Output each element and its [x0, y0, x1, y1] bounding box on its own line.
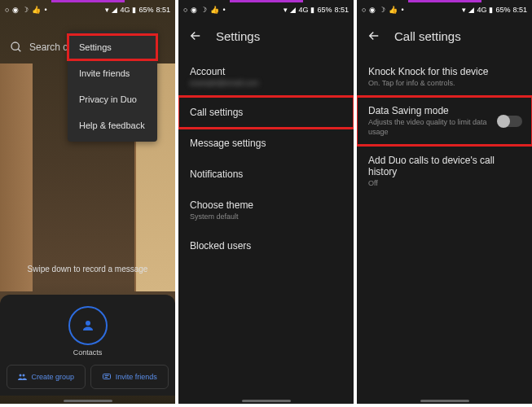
button-row: Create group Invite friends: [7, 365, 169, 389]
signal-icon: ◢: [468, 6, 474, 14]
moon-icon: ☽: [22, 6, 29, 14]
toggle-knob: [497, 115, 510, 128]
choose-theme-item[interactable]: Choose theme System default: [178, 190, 354, 230]
thumbs-icon: 👍: [210, 6, 219, 14]
status-icons-right: ▾ ◢ 4G ▮ 65% 8:51: [105, 6, 170, 14]
back-arrow-icon[interactable]: [188, 28, 203, 43]
wifi-icon: ▾: [105, 6, 109, 14]
call-settings-screen: ○ ◉ ☽ 👍 • ▾ ◢ 4G ▮ 65% 8:51 Call setting…: [357, 0, 532, 404]
status-icons-right: ▾ ◢ 4G ▮ 65% 8:51: [462, 6, 527, 14]
nav-handle[interactable]: [64, 400, 112, 402]
call-settings-item[interactable]: Call settings: [178, 97, 354, 128]
search-bar[interactable]: Search co: [10, 41, 73, 54]
data-saving-sub: Adjusts the video quality to limit data …: [368, 118, 498, 137]
data-saving-text: Data Saving mode Adjusts the video quali…: [368, 105, 498, 137]
search-icon: [10, 41, 23, 54]
status-icons-left: ○ ◉ ☽ 👍 •: [183, 6, 226, 14]
status-bar: ○ ◉ ☽ 👍 • ▾ ◢ 4G ▮ 65% 8:51: [0, 2, 175, 17]
data-saving-label: Data Saving mode: [368, 105, 498, 116]
message-icon: [102, 372, 112, 382]
bg-door: [0, 63, 33, 291]
status-bar: ○ ◉ ☽ 👍 • ▾ ◢ 4G ▮ 65% 8:51: [357, 2, 532, 17]
moon-icon: ☽: [200, 6, 207, 14]
call-history-item[interactable]: Add Duo calls to device's call history O…: [357, 145, 532, 197]
theme-value: System default: [190, 212, 342, 221]
dot-icon: •: [44, 6, 46, 14]
settings-screen: ○ ◉ ☽ 👍 • ▾ ◢ 4G ▮ 65% 8:51 Settings Acc…: [178, 0, 354, 404]
overflow-menu: Settings Invite friends Privacy in Duo H…: [68, 31, 157, 142]
settings-header: Settings: [178, 17, 354, 56]
bottom-card: Contacts Create group Invite friends: [0, 295, 175, 396]
contacts-button[interactable]: [68, 306, 108, 345]
network-label: 4G: [298, 6, 308, 14]
messenger-icon: ◉: [191, 6, 197, 14]
knock-knock-item[interactable]: Knock Knock for this device On. Tap for …: [357, 56, 532, 97]
svg-line-1: [18, 49, 20, 51]
message-settings-item[interactable]: Message settings: [178, 128, 354, 159]
clock: 8:51: [512, 6, 527, 14]
data-saving-toggle[interactable]: [498, 116, 522, 127]
search-placeholder: Search co: [29, 42, 73, 53]
battery-icon: ▮: [489, 6, 493, 14]
signal-icon: ◢: [112, 6, 117, 14]
group-icon: [17, 372, 27, 382]
menu-settings[interactable]: Settings: [68, 34, 157, 60]
history-label: Add Duo calls to device's call history: [368, 155, 521, 177]
svg-rect-5: [103, 374, 110, 379]
contacts-label: Contacts: [7, 348, 169, 357]
thumbs-icon: 👍: [389, 6, 398, 14]
wifi-icon: ▾: [462, 6, 466, 14]
call-settings-title: Call settings: [394, 29, 461, 43]
battery-icon: ▮: [132, 6, 136, 14]
menu-privacy[interactable]: Privacy in Duo: [68, 86, 157, 112]
dot-icon: •: [222, 6, 225, 14]
create-group-label: Create group: [31, 373, 74, 381]
notifications-item[interactable]: Notifications: [178, 159, 354, 190]
menu-help-feedback[interactable]: Help & feedback: [68, 112, 157, 138]
whatsapp-icon: ○: [362, 6, 366, 14]
nav-handle[interactable]: [242, 400, 291, 402]
messenger-icon: ◉: [12, 6, 19, 14]
menu-invite-friends[interactable]: Invite friends: [68, 60, 157, 86]
blocked-users-item[interactable]: Blocked users: [178, 230, 354, 261]
status-icons-left: ○ ◉ ☽ 👍 •: [362, 6, 404, 14]
wifi-icon: ▾: [284, 6, 288, 14]
dot-icon: •: [401, 6, 403, 14]
battery-percent: 65%: [317, 6, 332, 14]
status-bar: ○ ◉ ☽ 👍 • ▾ ◢ 4G ▮ 65% 8:51: [178, 2, 354, 17]
invite-friends-label: Invite friends: [116, 373, 157, 381]
network-label: 4G: [120, 6, 130, 14]
swipe-hint: Swipe down to record a message: [0, 265, 175, 274]
svg-point-4: [23, 374, 25, 377]
network-label: 4G: [477, 6, 486, 14]
battery-percent: 65%: [138, 6, 153, 14]
account-value: example@email.com: [190, 79, 342, 87]
signal-icon: ◢: [290, 6, 296, 14]
thumbs-icon: 👍: [32, 6, 41, 14]
clock: 8:51: [334, 6, 349, 14]
knock-label: Knock Knock for this device: [368, 66, 521, 77]
create-group-button[interactable]: Create group: [7, 365, 86, 389]
moon-icon: ☽: [379, 6, 385, 14]
nav-handle[interactable]: [420, 400, 469, 402]
call-settings-header: Call settings: [357, 17, 532, 56]
svg-point-2: [86, 321, 90, 326]
theme-label: Choose theme: [190, 199, 342, 211]
svg-point-0: [11, 42, 19, 50]
settings-title: Settings: [216, 29, 260, 43]
data-saving-item[interactable]: Data Saving mode Adjusts the video quali…: [357, 97, 532, 145]
duo-home-screen: ○ ◉ ☽ 👍 • ▾ ◢ 4G ▮ 65% 8:51 Search co Se…: [0, 0, 175, 404]
messenger-icon: ◉: [369, 6, 376, 14]
whatsapp-icon: ○: [5, 6, 9, 14]
whatsapp-icon: ○: [183, 6, 187, 14]
status-icons-right: ▾ ◢ 4G ▮ 65% 8:51: [284, 6, 349, 14]
back-arrow-icon[interactable]: [367, 28, 381, 43]
battery-icon: ▮: [310, 6, 314, 14]
battery-percent: 65%: [495, 6, 510, 14]
status-icons-left: ○ ◉ ☽ 👍 •: [5, 6, 47, 14]
invite-friends-button[interactable]: Invite friends: [90, 365, 169, 389]
svg-point-3: [20, 374, 22, 377]
knock-sub: On. Tap for info & controls.: [368, 79, 521, 87]
account-item[interactable]: Account example@email.com: [178, 56, 354, 97]
person-icon: [81, 318, 95, 333]
